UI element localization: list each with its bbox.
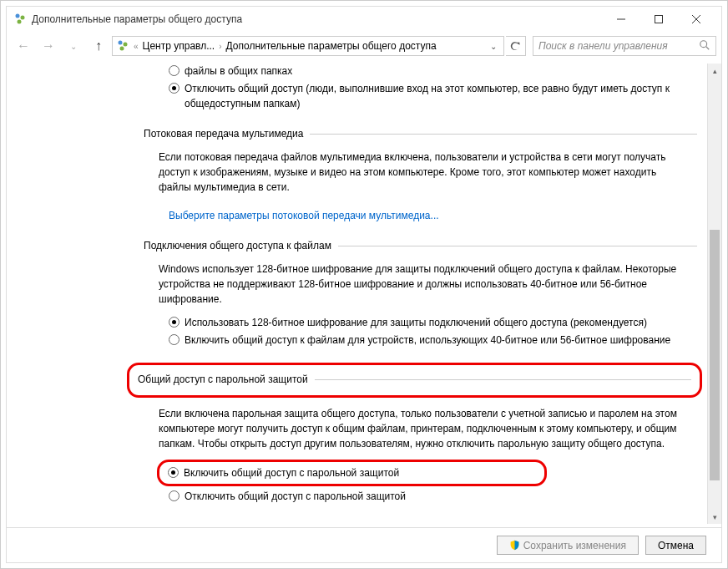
- radio-label: файлы в общих папках: [185, 64, 697, 79]
- radio-password-on[interactable]: Включить общий доступ с парольной защито…: [168, 465, 536, 480]
- svg-point-7: [119, 41, 123, 45]
- radio-encryption-40[interactable]: Включить общий доступ к файлам для устро…: [169, 333, 697, 348]
- svg-line-11: [706, 46, 710, 49]
- radio-icon: [169, 83, 179, 94]
- radio-public-folder-on[interactable]: файлы в общих папках: [169, 64, 697, 79]
- section-password-desc: Если включена парольная защита общего до…: [159, 406, 689, 451]
- radio-public-folder-off[interactable]: Отключить общий доступ (люди, выполнивши…: [169, 81, 697, 111]
- save-button[interactable]: Сохранить изменения: [497, 536, 639, 555]
- radio-label: Включить общий доступ с парольной защито…: [184, 465, 536, 480]
- back-button[interactable]: ←: [12, 34, 35, 58]
- breadcrumb[interactable]: « Центр управл... › Дополнительные парам…: [112, 36, 504, 56]
- breadcrumb-dropdown[interactable]: ⌄: [487, 42, 500, 51]
- navigation-bar: ← → ⌄ ↑ « Центр управл... › Дополнительн…: [7, 32, 721, 60]
- app-icon: [13, 13, 27, 26]
- up-button[interactable]: ↑: [87, 34, 110, 58]
- scroll-down-button[interactable]: ▾: [708, 510, 721, 524]
- radio-label: Использовать 128-битное шифрование для з…: [185, 315, 697, 330]
- svg-rect-4: [655, 16, 662, 23]
- scroll-thumb[interactable]: [710, 230, 720, 480]
- content-area: файлы в общих папках Отключить общий дос…: [7, 60, 721, 527]
- svg-point-9: [120, 47, 124, 51]
- scroll-track[interactable]: [708, 78, 721, 510]
- svg-point-1: [21, 16, 25, 20]
- minimize-button[interactable]: [602, 8, 640, 31]
- highlight-password-section: Общий доступ с парольной защитой: [127, 363, 702, 398]
- save-label: Сохранить изменения: [523, 540, 626, 551]
- radio-icon: [169, 334, 179, 345]
- history-dropdown[interactable]: ⌄: [62, 34, 85, 58]
- section-encryption-header: Подключения общего доступа к файлам: [144, 238, 697, 253]
- breadcrumb-part-2[interactable]: Дополнительные параметры общего доступа: [226, 40, 437, 52]
- title-bar: Дополнительные параметры общего доступа: [7, 7, 721, 32]
- radio-label: Отключить общий доступ (люди, выполнивши…: [185, 81, 697, 111]
- search-icon: [699, 39, 710, 53]
- media-settings-link[interactable]: Выберите параметры потоковой передачи му…: [169, 208, 439, 223]
- window-title: Дополнительные параметры общего доступа: [32, 13, 602, 25]
- close-button[interactable]: [677, 8, 715, 31]
- svg-point-2: [18, 20, 22, 24]
- breadcrumb-part-1[interactable]: Центр управл...: [143, 40, 215, 52]
- cancel-button[interactable]: Отмена: [645, 536, 706, 555]
- search-input[interactable]: [538, 40, 699, 52]
- section-encryption-desc: Windows использует 128-битное шифрование…: [159, 262, 689, 307]
- radio-label: Включить общий доступ к файлам для устро…: [185, 333, 697, 348]
- window-frame: Дополнительные параметры общего доступа …: [0, 0, 728, 569]
- shield-icon: [509, 540, 520, 551]
- radio-icon: [169, 317, 179, 328]
- section-media-header: Потоковая передача мультимедиа: [144, 126, 697, 141]
- vertical-scrollbar[interactable]: ▴ ▾: [707, 64, 721, 524]
- radio-label: Отключить общий доступ с парольной защит…: [185, 489, 697, 504]
- radio-encryption-128[interactable]: Использовать 128-битное шифрование для з…: [169, 315, 697, 330]
- cancel-label: Отмена: [658, 540, 694, 551]
- svg-point-8: [124, 43, 128, 47]
- radio-icon: [169, 490, 179, 501]
- svg-point-0: [16, 14, 20, 18]
- maximize-button[interactable]: [640, 8, 677, 31]
- radio-password-off[interactable]: Отключить общий доступ с парольной защит…: [169, 489, 697, 504]
- radio-icon: [168, 467, 179, 478]
- network-icon: [116, 39, 129, 53]
- svg-point-10: [700, 40, 707, 47]
- forward-button[interactable]: →: [37, 34, 60, 58]
- scroll-up-button[interactable]: ▴: [708, 64, 721, 78]
- section-media-desc: Если потоковая передача файлов мультимед…: [159, 150, 689, 195]
- refresh-button[interactable]: [506, 36, 526, 56]
- radio-icon: [169, 65, 179, 76]
- search-box[interactable]: [533, 36, 716, 56]
- section-password-header: Общий доступ с парольной защитой: [138, 372, 308, 387]
- highlight-password-radio: Включить общий доступ с парольной защито…: [157, 460, 547, 486]
- bottom-toolbar: Сохранить изменения Отмена: [7, 527, 721, 562]
